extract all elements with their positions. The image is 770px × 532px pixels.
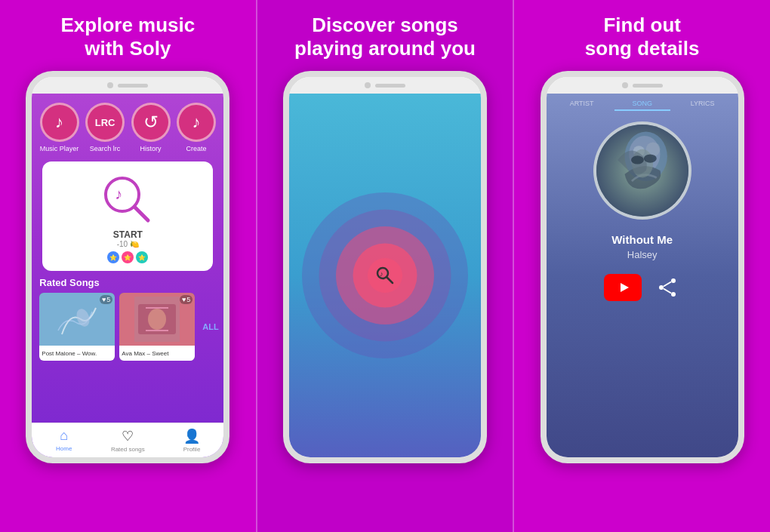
song-actions xyxy=(547,266,738,309)
svg-text:♪: ♪ xyxy=(115,186,122,202)
phone-2-camera xyxy=(365,82,371,88)
app-icon-music-player[interactable]: ♪ Music Player xyxy=(40,103,79,152)
phone-1-screen: ♪ Music Player LRC Search lrc ↺ History … xyxy=(32,94,223,457)
search-music-svg: ♪ xyxy=(101,174,154,226)
svg-point-24 xyxy=(671,278,676,283)
svg-point-25 xyxy=(671,292,676,297)
nav-profile-label: Profile xyxy=(183,446,201,453)
svg-point-20 xyxy=(644,155,657,163)
start-label: START xyxy=(113,229,143,240)
song-2-heart: ♥ 5 xyxy=(180,295,192,304)
history-label: History xyxy=(140,145,162,152)
phone-2-topbar xyxy=(289,77,481,94)
rated-songs-row: ♥ 5 Post Malone – Wow. xyxy=(39,293,216,361)
coins-row: ⭐ ⭐ ⭐ xyxy=(107,251,148,263)
song-title: Without Me xyxy=(554,233,731,246)
create-icon-circle: ♪ xyxy=(177,103,216,142)
section-discover: Discover songsplaying around you ♪ xyxy=(256,0,515,532)
section-3-title: Find outsong details xyxy=(578,14,707,60)
nav-home-label: Home xyxy=(56,445,72,452)
svg-line-28 xyxy=(664,289,671,294)
share-button[interactable] xyxy=(654,274,681,301)
song-artist: Halsey xyxy=(554,249,731,260)
coin-blue: ⭐ xyxy=(107,251,119,263)
song-detail-tabs: ARTIST SONG LYRICS xyxy=(547,94,738,114)
section-explore: Explore musicwith Soly ♪ Music Player LR… xyxy=(0,0,256,532)
search-icon-large: ♪ xyxy=(101,174,154,226)
nav-rated-label: Rated songs xyxy=(111,446,145,453)
phone-2-screen: ♪ xyxy=(289,94,481,457)
svg-rect-3 xyxy=(54,297,100,342)
phone-speaker xyxy=(118,84,148,88)
phone-3-camera xyxy=(622,82,628,88)
app-icon-history[interactable]: ↺ History xyxy=(131,103,171,152)
section-2-title: Discover songsplaying around you xyxy=(287,14,483,60)
phone-2-speaker xyxy=(375,84,405,88)
radar-container: ♪ xyxy=(302,192,468,358)
tab-song[interactable]: SONG xyxy=(614,100,670,111)
phone-3-screen: ARTIST SONG LYRICS xyxy=(547,94,738,457)
create-label: Create xyxy=(186,145,207,152)
song-card-2-label: Ava Max – Sweet xyxy=(119,346,195,361)
phone-3-speaker xyxy=(633,84,663,88)
phone-1-content: ♪ Music Player LRC Search lrc ↺ History … xyxy=(32,94,223,457)
search-lrc-icon-circle: LRC xyxy=(85,103,125,142)
history-icon-circle: ↺ xyxy=(131,103,171,142)
song-card-1-label: Post Malone – Wow. xyxy=(39,346,115,361)
music-player-label: Music Player xyxy=(40,145,79,152)
phone-2-content: ♪ xyxy=(289,94,481,457)
profile-icon: 👤 xyxy=(183,428,200,444)
phone-3-content: ARTIST SONG LYRICS xyxy=(547,94,738,457)
coin-teal: ⭐ xyxy=(136,251,148,263)
tab-artist[interactable]: ARTIST xyxy=(554,100,610,111)
phone-camera-icon xyxy=(107,82,113,88)
app-icon-search-lrc[interactable]: LRC Search lrc xyxy=(85,103,125,152)
svg-point-26 xyxy=(659,285,664,290)
album-art-container xyxy=(547,114,738,227)
rated-songs-section: Rated Songs ♥ 5 xyxy=(32,277,223,361)
svg-line-1 xyxy=(134,207,148,220)
song-card-2[interactable]: ♥ 5 Ava Max – Sweet xyxy=(119,293,195,361)
svg-line-12 xyxy=(387,277,393,283)
nav-profile[interactable]: 👤 Profile xyxy=(160,428,224,453)
phone-3: ARTIST SONG LYRICS xyxy=(541,71,744,463)
app-icons-row: ♪ Music Player LRC Search lrc ↺ History … xyxy=(32,94,223,155)
radar-search-icon: ♪ xyxy=(375,266,395,285)
nav-rated[interactable]: ♡ Rated songs xyxy=(96,428,160,453)
svg-point-19 xyxy=(631,156,644,165)
svg-line-27 xyxy=(664,282,671,287)
start-sub: -10 🍋 xyxy=(117,240,139,248)
tab-lyrics[interactable]: LYRICS xyxy=(675,100,731,111)
rated-icon: ♡ xyxy=(122,428,134,444)
rated-songs-title: Rated Songs xyxy=(39,277,216,288)
section-details: Find outsong details ARTIST SONG LYRICS xyxy=(514,0,770,532)
section-1-title: Explore musicwith Soly xyxy=(53,14,202,60)
svg-point-7 xyxy=(148,309,166,330)
youtube-button[interactable] xyxy=(604,274,642,301)
youtube-icon xyxy=(612,280,633,295)
phone-1: ♪ Music Player LRC Search lrc ↺ History … xyxy=(26,71,229,463)
phone-3-topbar xyxy=(547,77,738,94)
song-1-heart: ♥ 5 xyxy=(100,295,112,304)
share-icon xyxy=(657,277,678,298)
phone-2: ♪ xyxy=(283,71,487,463)
song-card-1[interactable]: ♥ 5 Post Malone – Wow. xyxy=(39,293,115,361)
all-link[interactable]: ALL xyxy=(202,322,218,331)
music-player-icon-circle: ♪ xyxy=(40,103,79,142)
album-art-svg xyxy=(596,121,688,220)
album-art xyxy=(593,121,691,220)
svg-text:♪: ♪ xyxy=(380,270,383,278)
bottom-nav: ⌂ Home ♡ Rated songs 👤 Profile xyxy=(32,423,223,457)
search-panel[interactable]: ♪ START -10 🍋 ⭐ ⭐ ⭐ xyxy=(42,161,213,271)
search-lrc-label: Search lrc xyxy=(90,145,121,152)
song-info: Without Me Halsey xyxy=(547,227,738,266)
nav-home[interactable]: ⌂ Home xyxy=(32,428,96,453)
coin-pink: ⭐ xyxy=(122,251,134,263)
app-icon-create[interactable]: ♪ Create xyxy=(177,103,216,152)
phone-1-topbar xyxy=(32,77,223,94)
home-icon: ⌂ xyxy=(60,428,68,444)
